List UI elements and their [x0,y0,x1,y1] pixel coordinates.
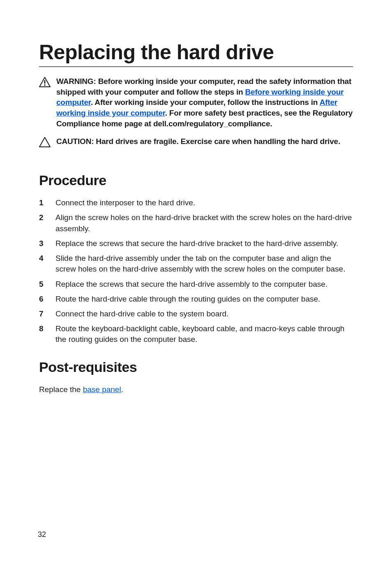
page-number: 32 [38,530,46,539]
warning-callout: WARNING: Before working inside your comp… [39,76,353,129]
warning-text: WARNING: Before working inside your comp… [56,76,353,129]
postreq-text: Replace the base panel. [39,384,353,395]
page-title: Replacing the hard drive [39,41,353,64]
list-item: Connect the hard-drive cable to the syst… [39,309,353,319]
link-base-panel[interactable]: base panel [83,385,121,394]
step-text: Replace the screws that secure the hard-… [55,279,327,290]
step-text: Connect the hard-drive cable to the syst… [55,309,228,319]
warning-icon [39,77,51,89]
postreq-text-post: . [121,385,123,394]
step-text: Route the keyboard-backlight cable, keyb… [55,323,353,345]
title-divider [39,66,353,67]
warning-text-mid: . After working inside your computer, fo… [91,98,320,107]
list-item: Route the keyboard-backlight cable, keyb… [39,323,353,345]
step-text: Slide the hard-drive assembly under the … [55,253,353,274]
svg-rect-0 [44,80,46,84]
document-page: Replacing the hard drive WARNING: Before… [0,0,392,562]
list-item: Route the hard-drive cable through the r… [39,294,353,304]
postreq-text-pre: Replace the [39,385,83,394]
list-item: Connect the interposer to the hard drive… [39,197,353,208]
caution-text: CAUTION: Hard drives are fragile. Exerci… [56,136,340,147]
step-text: Route the hard-drive cable through the r… [55,294,320,304]
caution-callout: CAUTION: Hard drives are fragile. Exerci… [39,136,353,149]
step-text: Replace the screws that secure the hard-… [55,238,338,249]
procedure-steps-list: Connect the interposer to the hard drive… [39,197,353,345]
caution-icon [39,137,51,149]
list-item: Slide the hard-drive assembly under the … [39,253,353,274]
svg-point-1 [44,84,45,86]
section-heading-procedure: Procedure [39,172,353,188]
list-item: Align the screw holes on the hard-drive … [39,212,353,234]
step-text: Connect the interposer to the hard drive… [55,197,195,208]
section-heading-postreq: Post-requisites [39,359,353,375]
list-item: Replace the screws that secure the hard-… [39,238,353,249]
step-text: Align the screw holes on the hard-drive … [55,212,353,234]
list-item: Replace the screws that secure the hard-… [39,279,353,290]
